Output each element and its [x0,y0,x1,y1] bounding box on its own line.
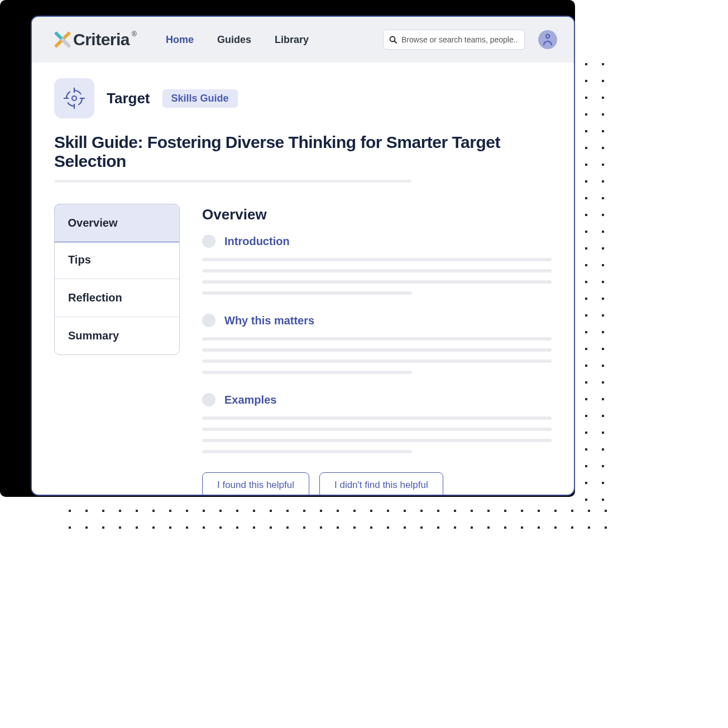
module-icon-tile [54,78,94,118]
subsection-why-this-matters: Why this matters [202,314,552,374]
svg-line-2 [63,40,69,46]
target-icon [62,86,87,111]
bullet-icon [202,393,215,406]
nav-guides[interactable]: Guides [217,34,251,46]
text-placeholder [202,416,552,420]
logo-icon [53,30,72,49]
svg-point-7 [72,96,76,100]
text-placeholder [202,269,552,272]
subsection-title: Why this matters [224,314,314,327]
module-label: Target [107,90,150,107]
subsection-title: Introduction [224,235,290,248]
text-placeholder [202,348,552,352]
search-input[interactable] [401,35,519,44]
decorative-dots-bottom [61,502,614,536]
svg-point-5 [546,35,549,38]
text-placeholder [202,371,412,374]
main-panel: Overview Introduction Why this matters [202,204,552,496]
svg-point-6 [66,90,82,106]
section-heading: Overview [202,206,552,223]
text-placeholder [202,291,412,295]
text-placeholder [202,439,552,442]
page-title: Skill Guide: Fostering Diverse Thinking … [54,133,552,171]
text-placeholder [202,280,552,284]
not-helpful-button[interactable]: I didn't find this helpful [319,472,443,496]
text-placeholder [202,428,552,431]
text-placeholder [202,450,412,453]
subsection-examples: Examples [202,393,552,453]
app-window: Criteria ® Home Guides Library [31,16,575,496]
title-underline [54,180,411,183]
subsection-introduction: Introduction [202,234,552,295]
subsection-title: Examples [224,394,276,406]
user-icon [542,33,553,46]
topbar: Criteria ® Home Guides Library [32,17,574,63]
bullet-icon [202,314,215,327]
content-area: Target Skills Guide Skill Guide: Fosteri… [32,63,574,496]
sidebar-item-tips[interactable]: Tips [55,241,179,279]
body-layout: Overview Tips Reflection Summary Overvie… [54,204,552,496]
feedback-row: I found this helpful I didn't find this … [202,472,552,496]
sidebar-item-reflection[interactable]: Reflection [55,279,179,317]
primary-nav: Home Guides Library [166,34,309,46]
decorative-dots-right [578,56,614,502]
helpful-button[interactable]: I found this helpful [202,472,309,496]
section-sidebar: Overview Tips Reflection Summary [54,204,180,355]
bullet-icon [202,234,215,248]
sidebar-item-overview[interactable]: Overview [54,204,180,242]
nav-library[interactable]: Library [275,34,309,46]
text-placeholder [202,360,552,363]
text-placeholder [202,258,552,261]
svg-line-4 [395,41,397,44]
page-header: Target Skills Guide [54,78,552,118]
search-icon [389,36,397,44]
brand-name: Criteria [73,30,130,49]
nav-home[interactable]: Home [166,34,194,46]
brand-registered: ® [132,30,137,38]
skills-guide-badge: Skills Guide [162,89,238,108]
sidebar-item-summary[interactable]: Summary [55,317,179,355]
brand-logo[interactable]: Criteria ® [53,30,136,49]
profile-avatar[interactable] [538,30,557,49]
search-box[interactable] [383,30,525,50]
text-placeholder [202,337,552,341]
